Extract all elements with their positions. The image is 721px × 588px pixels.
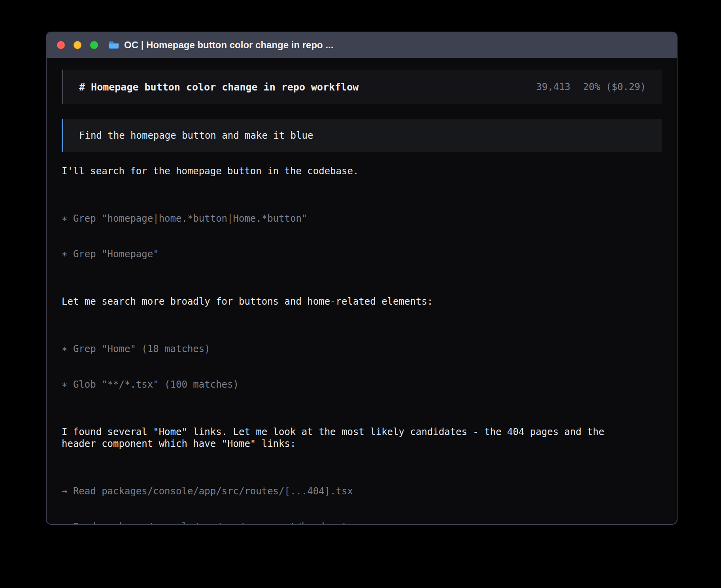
tool-call-group: ∗ Grep "Home" (18 matches) ∗ Glob "**/*.… xyxy=(62,319,662,414)
assistant-paragraph: I'll search for the homepage button in t… xyxy=(62,165,623,177)
user-message-text: Find the homepage button and make it blu… xyxy=(79,130,313,141)
traffic-lights xyxy=(57,41,98,49)
user-message: Find the homepage button and make it blu… xyxy=(62,119,662,152)
tool-call-group: ∗ Grep "homepage|home.*button|Home.*butt… xyxy=(62,189,662,284)
tool-call-group: → Read packages/console/app/src/routes/[… xyxy=(62,462,662,525)
session-title: # Homepage button color change in repo w… xyxy=(79,81,359,93)
window-title: OC | Homepage button color change in rep… xyxy=(124,40,333,51)
read-tool-line: → Read packages/console/app/src/routes/[… xyxy=(62,485,662,497)
token-count: 39,413 xyxy=(536,81,570,92)
terminal-content: # Homepage button color change in repo w… xyxy=(47,58,677,525)
minimize-window-button[interactable] xyxy=(74,41,81,49)
read-tool-line: → Read packages/console/app/src/componen… xyxy=(62,521,662,525)
session-stats: 39,413 20% ($0.29) xyxy=(536,81,646,92)
session-header: # Homepage button color change in repo w… xyxy=(62,70,662,104)
window-titlebar[interactable]: OC | Homepage button color change in rep… xyxy=(47,32,677,58)
grep-tool-line: ∗ Grep "homepage|home.*button|Home.*butt… xyxy=(62,213,662,224)
grep-tool-line: ∗ Grep "Home" (18 matches) xyxy=(62,343,662,355)
assistant-paragraph: I found several "Home" links. Let me loo… xyxy=(62,426,623,450)
folder-icon xyxy=(108,40,119,50)
zoom-window-button[interactable] xyxy=(90,41,98,49)
terminal-window: OC | Homepage button color change in rep… xyxy=(46,32,678,525)
grep-tool-line: ∗ Grep "Homepage" xyxy=(62,248,662,260)
assistant-paragraph: Let me search more broadly for buttons a… xyxy=(62,296,623,307)
context-usage: 20% ($0.29) xyxy=(583,81,646,92)
close-window-button[interactable] xyxy=(57,41,65,49)
glob-tool-line: ∗ Glob "**/*.tsx" (100 matches) xyxy=(62,379,662,390)
